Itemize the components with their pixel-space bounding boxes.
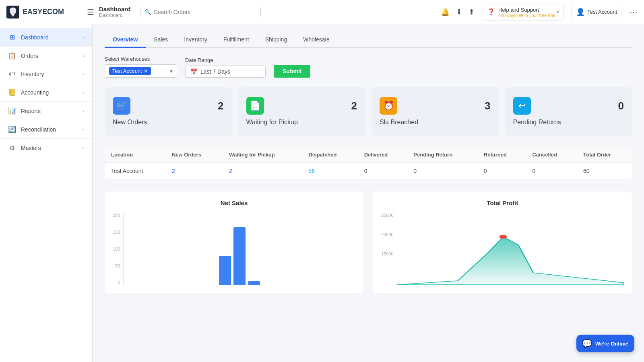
chevron-right-icon: ›: [83, 71, 84, 77]
total-profit-y-labels: 25000 20000 15000: [381, 213, 394, 285]
tab-wholesale[interactable]: Wholesale: [295, 32, 337, 48]
chevron-right-icon: ›: [83, 53, 84, 59]
tab-shipping[interactable]: Shipping: [257, 32, 295, 48]
chevron-right-icon: ›: [83, 90, 84, 95]
filters-bar: Select Warehouses Test Account ✕ ▾ Date …: [105, 56, 632, 78]
search-input[interactable]: [154, 9, 256, 15]
sidebar-label-accounting: Accounting: [21, 89, 49, 96]
warehouse-chevron-icon: ▾: [170, 68, 173, 74]
stat-card-new-orders[interactable]: 🛒 2 New Orders: [105, 87, 232, 136]
tab-fulfillment[interactable]: Fulfillment: [215, 32, 257, 48]
stat-card-header: ↩ 0: [513, 97, 624, 115]
total-profit-chart: Total Profit 25000 20000 15000: [373, 191, 632, 293]
stat-card-sla-breached[interactable]: ⏰ 3 Sla Breached: [372, 87, 499, 136]
download-icon[interactable]: ⬇: [456, 8, 462, 16]
search-box[interactable]: 🔍: [140, 7, 261, 17]
net-sales-title: Net Sales: [113, 200, 355, 206]
sidebar: ⊞ Dashboard › 📋 Orders › 🏷 Inventory › 📒…: [0, 24, 93, 362]
account-menu[interactable]: 👤 Test Account: [572, 5, 621, 19]
pending-returns-label: Pending Returns: [513, 119, 624, 126]
trial-text: 490 days left in your free trial: [498, 13, 555, 18]
warehouse-tag-close[interactable]: ✕: [144, 68, 148, 74]
pending-returns-count: 0: [618, 100, 624, 112]
table-cell-1[interactable]: 2: [165, 163, 223, 179]
table-cell-6: 0: [477, 163, 526, 179]
date-label: Date Range: [185, 57, 266, 63]
topbar: EASYECOM ☰ Dashboard Dashboard 🔍 🔔 ⬇ ⬆ ❓…: [0, 0, 644, 24]
table-cell-5: 0: [407, 163, 477, 179]
table-cell-2[interactable]: 2: [223, 163, 302, 179]
warehouse-filter: Select Warehouses Test Account ✕ ▾: [105, 56, 177, 78]
notification-icon[interactable]: 🔔: [441, 8, 450, 16]
sidebar-item-dashboard[interactable]: ⊞ Dashboard ›: [0, 28, 92, 47]
waiting-pickup-label: Waiting for Pickup: [246, 119, 357, 126]
stat-card-waiting-pickup[interactable]: 📄 2 Waiting for Pickup: [238, 87, 365, 136]
table-body: Test Account2256000060: [105, 163, 632, 179]
peak-dot: [499, 235, 507, 239]
table-header: LocationNew OrdersWaiting for PickupDisp…: [105, 147, 632, 163]
upload-icon[interactable]: ⬆: [469, 8, 475, 16]
submit-button[interactable]: Submit: [274, 65, 310, 78]
col-delivered: Delivered: [358, 147, 407, 163]
date-range-value: Last 7 Days: [200, 68, 230, 75]
sidebar-item-masters[interactable]: ⚙ Masters ›: [0, 139, 92, 157]
help-label: Help and Support: [498, 7, 539, 13]
chevron-right-icon: ›: [83, 35, 84, 40]
pending-returns-icon: ↩: [513, 97, 531, 115]
table-cell-8: 60: [577, 163, 632, 179]
breadcrumb-title: Dashboard: [99, 6, 130, 12]
table-cell-7: 0: [526, 163, 577, 179]
sidebar-label-reconciliation: Reconciliation: [21, 126, 56, 133]
masters-icon: ⚙: [8, 144, 16, 152]
sidebar-item-accounting[interactable]: 📒 Accounting ›: [0, 83, 92, 102]
chevron-right-icon: ›: [83, 108, 84, 114]
warehouse-label: Select Warehouses: [105, 56, 177, 62]
total-profit-area: [397, 213, 624, 285]
inventory-icon: 🏷: [8, 70, 16, 78]
waiting-pickup-count: 2: [351, 100, 357, 112]
warehouse-select[interactable]: Test Account ✕ ▾: [105, 64, 177, 78]
table-cell-0: Test Account: [105, 163, 165, 179]
chevron-right-icon: ›: [83, 145, 84, 151]
bar-1: [219, 256, 231, 285]
date-range-picker[interactable]: 📅 Last 7 Days: [185, 66, 266, 78]
sidebar-item-inventory[interactable]: 🏷 Inventory ›: [0, 65, 92, 83]
stat-card-pending-returns[interactable]: ↩ 0 Pending Returns: [505, 87, 632, 136]
tab-sales[interactable]: Sales: [146, 32, 176, 48]
tab-bar: OverviewSalesInventoryFulfillmentShippin…: [105, 32, 632, 48]
sidebar-label-orders: Orders: [21, 53, 38, 59]
menu-button[interactable]: ☰: [87, 7, 94, 17]
table-header-row: LocationNew OrdersWaiting for PickupDisp…: [105, 147, 632, 163]
net-sales-chart: Net Sales 200 150 100 50 0: [105, 191, 363, 293]
orders-table: LocationNew OrdersWaiting for PickupDisp…: [105, 147, 632, 179]
sla-breached-icon: ⏰: [380, 97, 397, 115]
col-total-order: Total Order: [577, 147, 632, 163]
sidebar-label-dashboard: Dashboard: [21, 34, 49, 41]
table-cell-3[interactable]: 56: [302, 163, 357, 179]
accounting-icon: 📒: [8, 88, 16, 96]
calendar-icon: 📅: [190, 68, 197, 75]
date-filter: Date Range 📅 Last 7 Days: [185, 57, 266, 78]
help-support-button[interactable]: ❓ Help and Support 490 days left in your…: [483, 4, 564, 21]
stat-card-header: 📄 2: [246, 97, 357, 115]
more-options-button[interactable]: ⋯: [630, 7, 638, 17]
breadcrumb: Dashboard Dashboard: [99, 6, 130, 18]
warehouse-tag: Test Account ✕: [109, 67, 151, 75]
sidebar-label-masters: Masters: [21, 145, 41, 151]
search-icon: 🔍: [144, 9, 151, 15]
logo: EASYECOM: [6, 6, 87, 19]
col-location: Location: [105, 147, 165, 163]
tab-inventory[interactable]: Inventory: [176, 32, 215, 48]
sidebar-item-reports[interactable]: 📊 Reports ›: [0, 102, 92, 120]
stat-cards: 🛒 2 New Orders 📄 2 Waiting for Pickup ⏰ …: [105, 87, 632, 136]
sla-breached-count: 3: [485, 100, 490, 112]
col-returned: Returned: [477, 147, 526, 163]
chat-widget[interactable]: 💬 We're Online!: [576, 335, 634, 352]
new-orders-icon: 🛒: [113, 97, 130, 115]
tab-overview[interactable]: Overview: [105, 32, 146, 48]
sidebar-item-orders[interactable]: 📋 Orders ›: [0, 47, 92, 65]
col-pending-return: Pending Return: [407, 147, 477, 163]
sidebar-item-reconciliation[interactable]: 🔄 Reconciliation ›: [0, 120, 92, 139]
table-cell-4: 0: [358, 163, 407, 179]
chevron-down-icon: ▾: [557, 9, 559, 15]
